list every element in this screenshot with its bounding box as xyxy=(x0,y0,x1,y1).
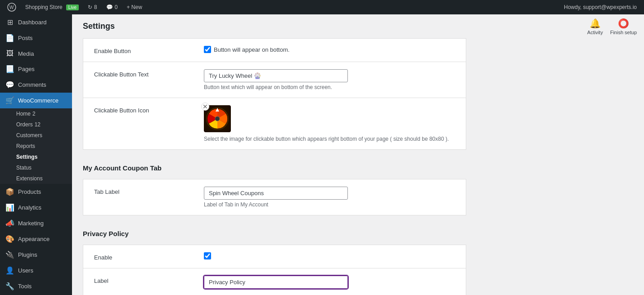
privacy-policy-section-heading-wrap: Privacy Policy xyxy=(83,215,466,245)
submenu-item-orders[interactable]: Orders 12 xyxy=(0,119,72,130)
sidebar-item-analytics[interactable]: 📊 Analytics xyxy=(0,200,72,215)
submenu-label-orders: Orders xyxy=(16,121,33,128)
clickable-button-text-label: Clickable Button Text xyxy=(94,69,193,78)
privacy-label-control xyxy=(204,276,455,289)
sidebar-item-woocommerce[interactable]: 🛒 WooCommerce xyxy=(0,93,72,108)
sidebar-item-marketing[interactable]: 📣 Marketing xyxy=(0,215,72,231)
finish-setup-label: Finish setup xyxy=(610,30,637,35)
appearance-icon: 🎨 xyxy=(5,235,14,243)
enable-button-checkbox-label[interactable]: Button will appear on bottom. xyxy=(204,46,455,53)
submenu-label-reports: Reports xyxy=(16,143,35,149)
sidebar-item-pages[interactable]: 📃 Pages xyxy=(0,61,72,77)
tab-label-input[interactable] xyxy=(204,187,348,200)
sidebar-item-plugins[interactable]: 🔌 Plugins xyxy=(0,247,72,263)
clickable-button-icon-desc: Select the image for clickable button wh… xyxy=(204,136,455,142)
my-account-section-heading-wrap: My Account Coupon Tab xyxy=(83,150,466,179)
plugins-icon: 🔌 xyxy=(5,250,14,259)
sidebar-item-dashboard[interactable]: ⊞ Dashboard xyxy=(0,14,72,30)
privacy-label-label: Label xyxy=(94,276,193,284)
submenu-label-settings: Settings xyxy=(16,154,37,160)
admin-bar: W Shopping Store Live ↻ 8 💬 0 + New Howd… xyxy=(0,0,644,14)
pages-icon: 📃 xyxy=(5,65,14,73)
submenu-badge-orders: 12 xyxy=(35,121,41,128)
sidebar-label-appearance: Appearance xyxy=(18,236,50,242)
submenu-item-extensions[interactable]: Extensions xyxy=(0,173,72,184)
sidebar-item-tools[interactable]: 🔧 Tools xyxy=(0,278,72,294)
submenu-badge-home: 2 xyxy=(32,111,36,117)
enable-button-row: Enable Button Button will appear on bott… xyxy=(83,38,466,62)
adminbar-wp-logo[interactable]: W xyxy=(4,0,20,14)
privacy-label-row: Label xyxy=(83,268,466,295)
svg-text:W: W xyxy=(9,5,14,10)
tools-icon: 🔧 xyxy=(5,282,14,291)
dashboard-icon: ⊞ xyxy=(5,18,14,27)
page-title: Settings xyxy=(83,22,466,31)
submenu-label-home: Home xyxy=(16,111,31,117)
sidebar-item-appearance[interactable]: 🎨 Appearance xyxy=(0,231,72,247)
adminbar-user-greeting[interactable]: Howdy, support@wpexperts.io xyxy=(560,0,640,14)
tab-label-desc: Label of Tab in My Account xyxy=(204,201,455,208)
comment-icon: 💬 xyxy=(106,4,113,10)
main-content: 🔔 Activity ⭕ Finish setup Settings Enabl… xyxy=(72,14,644,295)
submenu-item-home[interactable]: Home 2 xyxy=(0,108,72,119)
sidebar-item-users[interactable]: 👤 Users xyxy=(0,263,72,278)
enable-button-control: Button will appear on bottom. xyxy=(204,46,455,53)
users-icon: 👤 xyxy=(5,266,14,275)
sidebar-item-media[interactable]: 🖼 Media xyxy=(0,46,72,61)
submenu-item-status[interactable]: Status xyxy=(0,162,72,173)
finish-setup-icon: ⭕ xyxy=(618,18,629,29)
sidebar-label-products: Products xyxy=(18,188,41,195)
submenu-label-status: Status xyxy=(16,165,32,171)
clickable-button-icon-row: Clickable Button Icon ✕ xyxy=(83,98,466,150)
activity-label: Activity xyxy=(587,30,603,35)
tab-label-label: Tab Label xyxy=(94,187,193,195)
analytics-icon: 📊 xyxy=(5,203,14,212)
sidebar-label-comments: Comments xyxy=(18,81,46,88)
clickable-button-icon-control: ✕ xyxy=(204,105,455,142)
sidebar-label-analytics: Analytics xyxy=(18,204,41,211)
activity-icon: 🔔 xyxy=(590,18,601,29)
adminbar-site-name[interactable]: Shopping Store Live xyxy=(22,0,82,14)
privacy-enable-checkbox[interactable] xyxy=(204,252,211,259)
enable-button-checkbox[interactable] xyxy=(204,46,211,53)
finish-setup-button[interactable]: ⭕ Finish setup xyxy=(610,18,637,35)
svg-point-3 xyxy=(215,116,220,121)
adminbar-new[interactable]: + New xyxy=(123,0,145,14)
sidebar-label-posts: Posts xyxy=(18,35,33,41)
privacy-label-input[interactable] xyxy=(204,276,348,289)
sidebar-label-plugins: Plugins xyxy=(18,251,37,258)
comments-icon: 💬 xyxy=(5,80,14,89)
admin-sidebar: ⊞ Dashboard 📄 Posts 🖼 Media 📃 Pages 💬 Co… xyxy=(0,14,72,295)
media-icon: 🖼 xyxy=(5,49,14,58)
submenu-item-customers[interactable]: Customers xyxy=(0,130,72,141)
remove-icon-button[interactable]: ✕ xyxy=(201,103,209,111)
update-icon: ↻ xyxy=(88,4,92,10)
page-header-actions: 🔔 Activity ⭕ Finish setup xyxy=(580,14,644,39)
sidebar-item-comments[interactable]: 💬 Comments xyxy=(0,77,72,93)
products-icon: 📦 xyxy=(5,188,14,196)
sidebar-item-products[interactable]: 📦 Products xyxy=(0,184,72,200)
enable-button-label: Enable Button xyxy=(94,46,193,54)
submenu-label-customers: Customers xyxy=(16,132,42,139)
sidebar-label-users: Users xyxy=(18,267,33,274)
privacy-enable-row: Enable xyxy=(83,245,466,268)
adminbar-comments[interactable]: 💬 0 xyxy=(103,0,122,14)
sidebar-label-pages: Pages xyxy=(18,66,35,72)
sidebar-label-woocommerce: WooCommerce xyxy=(18,97,59,104)
submenu-item-reports[interactable]: Reports xyxy=(0,141,72,152)
activity-button[interactable]: 🔔 Activity xyxy=(587,18,603,35)
wheel-svg xyxy=(206,107,229,130)
tab-label-control: Label of Tab in My Account xyxy=(204,187,455,208)
clickable-button-icon-label: Clickable Button Icon xyxy=(94,105,193,114)
clickable-button-text-input[interactable] xyxy=(204,69,348,82)
sidebar-label-media: Media xyxy=(18,50,34,57)
adminbar-updates[interactable]: ↻ 8 xyxy=(84,0,101,14)
marketing-icon: 📣 xyxy=(5,219,14,228)
sidebar-item-posts[interactable]: 📄 Posts xyxy=(0,30,72,46)
clickable-button-text-desc: Button text which will appear on bottom … xyxy=(204,84,455,90)
submenu-item-settings[interactable]: Settings xyxy=(0,152,72,162)
sidebar-label-tools: Tools xyxy=(18,283,32,290)
my-account-section-heading: My Account Coupon Tab xyxy=(83,157,466,175)
posts-icon: 📄 xyxy=(5,34,14,42)
submenu-label-extensions: Extensions xyxy=(16,175,43,182)
